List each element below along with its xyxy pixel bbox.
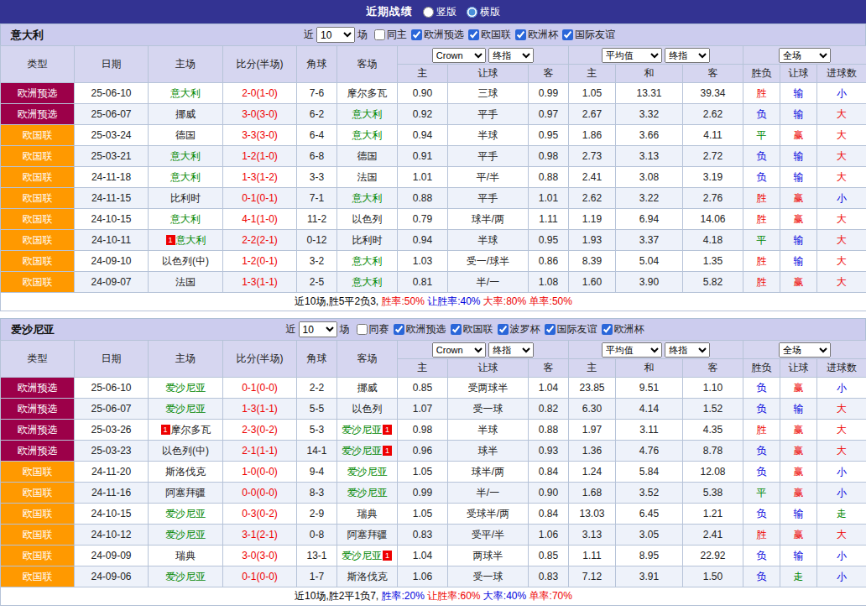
result-outcome: 负 xyxy=(743,399,780,420)
team-label: 法国 xyxy=(357,171,378,183)
result-handicap: 输 xyxy=(780,230,817,251)
bookmaker-select[interactable]: Crown xyxy=(432,342,486,358)
result-goals: 大 xyxy=(817,399,866,420)
filter-checkbox-input[interactable] xyxy=(545,324,556,335)
filter-checkbox-4[interactable]: 国际友谊 xyxy=(545,322,597,337)
filter-checkbox-2[interactable]: 欧国联 xyxy=(468,28,511,42)
filter-checkbox-input[interactable] xyxy=(451,324,462,335)
corners: 11-2 xyxy=(297,209,337,230)
match-date: 24-09-10 xyxy=(75,251,149,272)
col-result-outcome: 胜负 xyxy=(743,65,780,83)
filter-checkbox-3[interactable]: 波罗杯 xyxy=(498,322,540,337)
avg-stage-select[interactable]: 终指 xyxy=(665,342,710,358)
result-handicap: 赢 xyxy=(780,420,817,441)
corners: 13-1 xyxy=(297,546,337,566)
match-score[interactable]: 2-3(0-2) xyxy=(223,420,297,441)
match-score[interactable]: 0-0(0-0) xyxy=(223,483,297,504)
match-score[interactable]: 2-2(2-1) xyxy=(223,230,297,251)
odds-home: 1.06 xyxy=(398,566,448,587)
match-score[interactable]: 0-1(0-0) xyxy=(223,566,297,587)
filter-checkbox-2[interactable]: 欧国联 xyxy=(451,322,493,337)
match-score[interactable]: 3-0(3-0) xyxy=(223,104,297,125)
filter-checkbox-input[interactable] xyxy=(394,324,404,335)
avg-stage-select[interactable]: 终指 xyxy=(665,48,710,63)
odds-home: 0.96 xyxy=(398,441,448,462)
match-score[interactable]: 4-1(1-0) xyxy=(223,209,297,230)
match-date: 24-10-11 xyxy=(75,230,149,251)
result-outcome: 负 xyxy=(743,462,780,483)
team-label: 爱沙尼亚 xyxy=(165,529,206,540)
filter-checkbox-1[interactable]: 欧洲预选 xyxy=(411,28,464,42)
filter-checkbox-input[interactable] xyxy=(498,324,509,335)
col-type: 类型 xyxy=(1,341,75,378)
odds-home: 1.05 xyxy=(398,462,448,483)
fulltime-select[interactable]: 全场 xyxy=(779,342,831,358)
match-score[interactable]: 2-0(1-0) xyxy=(223,83,297,104)
filter-checkbox-input[interactable] xyxy=(357,324,368,335)
avg-home: 13.03 xyxy=(569,504,616,525)
match-score[interactable]: 3-0(3-0) xyxy=(223,546,297,566)
match-score[interactable]: 1-3(1-1) xyxy=(223,399,297,420)
horizontal-layout-radio[interactable] xyxy=(467,7,477,18)
match-score[interactable]: 0-1(0-0) xyxy=(223,378,297,399)
average-select[interactable]: 平均值 xyxy=(602,342,662,358)
odds-stage-select[interactable]: 终指 xyxy=(488,342,534,358)
col-result-goals: 进球数 xyxy=(817,359,866,378)
filter-checkbox-3[interactable]: 欧洲杯 xyxy=(515,28,558,42)
match-score[interactable]: 1-2(1-0) xyxy=(223,146,297,167)
result-outcome: 胜 xyxy=(743,188,780,209)
filter-checkbox-label: 欧国联 xyxy=(481,28,511,42)
layout-option-horizontal[interactable]: 横版 xyxy=(467,5,500,19)
filter-checkbox-input[interactable] xyxy=(515,29,526,40)
home-team: 以色列(中) xyxy=(149,441,223,462)
summary-text: 大率:40% xyxy=(481,590,527,602)
odds-stage-select[interactable]: 终指 xyxy=(488,48,534,63)
match-score[interactable]: 3-3(3-0) xyxy=(223,125,297,146)
col-corner: 角球 xyxy=(297,341,337,378)
avg-draw: 3.13 xyxy=(616,146,683,167)
match-score[interactable]: 2-1(1-1) xyxy=(223,441,297,462)
corners: 1-7 xyxy=(297,566,337,587)
filter-checkbox-input[interactable] xyxy=(602,324,613,335)
result-handicap: 赢 xyxy=(780,188,817,209)
team-label: 意大利 xyxy=(176,234,206,246)
fulltime-select[interactable]: 全场 xyxy=(779,48,831,63)
filter-checkbox-input[interactable] xyxy=(374,29,385,40)
match-score[interactable]: 1-3(1-2) xyxy=(223,167,297,188)
filter-checkbox-input[interactable] xyxy=(411,29,422,40)
match-score[interactable]: 1-2(0-1) xyxy=(223,251,297,272)
match-score[interactable]: 0-1(0-1) xyxy=(223,188,297,209)
col-type: 类型 xyxy=(1,46,75,83)
filter-checkbox-1[interactable]: 欧洲预选 xyxy=(394,322,446,337)
odds-away: 0.88 xyxy=(529,420,569,441)
competition-type: 欧国联 xyxy=(1,462,75,483)
filter-checkbox-input[interactable] xyxy=(468,29,479,40)
vertical-layout-radio[interactable] xyxy=(423,7,434,18)
match-date: 24-09-07 xyxy=(75,272,149,293)
filter-checkbox-5[interactable]: 欧洲杯 xyxy=(602,322,644,337)
filter-checkbox-0[interactable]: 同主 xyxy=(374,28,407,42)
match-score[interactable]: 0-3(0-2) xyxy=(223,504,297,525)
col-odds-handicap: 让球 xyxy=(448,65,529,83)
filter-checkbox-0[interactable]: 同赛 xyxy=(357,322,389,337)
odds-away: 0.95 xyxy=(529,230,569,251)
result-goals: 小 xyxy=(817,188,866,209)
table-row: 欧国联24-10-15意大利4-1(1-0)11-2以色列0.79球半/两1.1… xyxy=(1,209,866,230)
match-score[interactable]: 1-3(1-1) xyxy=(223,272,297,293)
average-select[interactable]: 平均值 xyxy=(602,48,662,63)
filter-checkbox-label: 欧洲预选 xyxy=(406,322,446,337)
competition-type: 欧洲预选 xyxy=(1,104,75,125)
col-odds-away: 客 xyxy=(529,359,569,378)
filter-checkbox-input[interactable] xyxy=(562,29,573,40)
odds-away: 0.98 xyxy=(529,146,569,167)
filter-checkbox-4[interactable]: 国际友谊 xyxy=(562,28,615,42)
match-score[interactable]: 3-1(2-1) xyxy=(223,525,297,546)
layout-option-vertical[interactable]: 竖版 xyxy=(423,5,456,19)
team-label: 以色列(中) xyxy=(162,255,209,267)
match-count-select[interactable]: 10 xyxy=(316,27,355,43)
corners: 6-8 xyxy=(297,146,337,167)
match-score[interactable]: 1-0(0-0) xyxy=(223,462,297,483)
match-count-select[interactable]: 10 xyxy=(299,321,337,337)
col-odds-home: 主 xyxy=(398,359,448,378)
bookmaker-select[interactable]: Crown xyxy=(432,48,486,63)
